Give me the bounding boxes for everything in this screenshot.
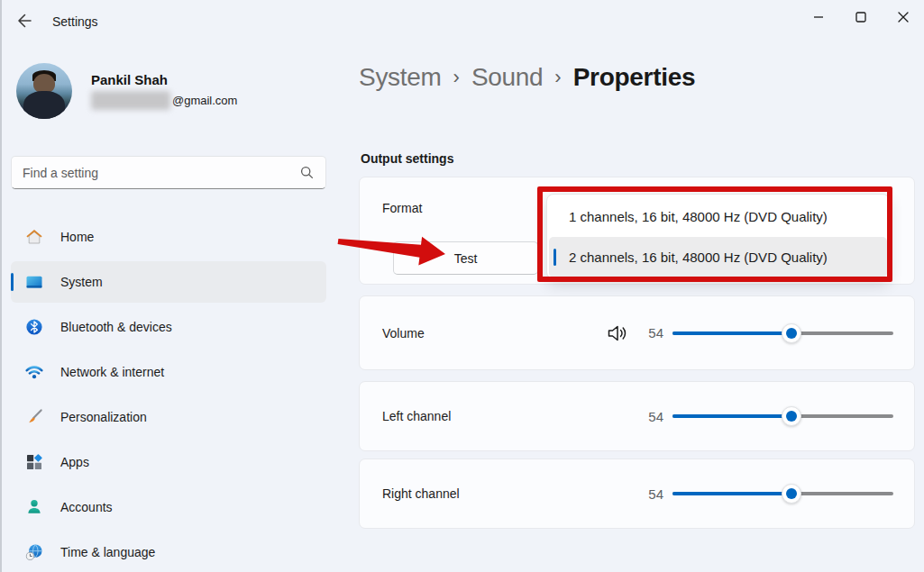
sidebar-item-system[interactable]: System bbox=[11, 261, 326, 303]
search-icon bbox=[299, 165, 315, 180]
left-channel-slider[interactable] bbox=[672, 414, 893, 418]
breadcrumb-chevron-icon: › bbox=[543, 66, 572, 89]
right-channel-value: 54 bbox=[642, 486, 663, 502]
sidebar-item-label: Home bbox=[60, 230, 94, 244]
sidebar-item-home[interactable]: Home bbox=[11, 216, 326, 258]
right-channel-label: Right channel bbox=[382, 486, 642, 501]
back-button[interactable] bbox=[9, 7, 40, 36]
format-option-label: 1 channels, 16 bit, 48000 Hz (DVD Qualit… bbox=[569, 209, 828, 224]
breadcrumb: System › Sound › Properties bbox=[359, 63, 695, 92]
section-title: Output settings bbox=[361, 151, 453, 166]
right-channel-card: Right channel 54 bbox=[359, 459, 915, 529]
sidebar-item-bluetooth-devices[interactable]: Bluetooth & devices bbox=[11, 306, 326, 348]
email-suffix: @gmail.com bbox=[172, 94, 237, 107]
maximize-button[interactable] bbox=[839, 0, 882, 36]
apps-icon bbox=[25, 453, 43, 471]
sidebar: Pankil Shah @gmail.com Home bbox=[4, 43, 339, 572]
sidebar-item-network-internet[interactable]: Network & internet bbox=[11, 351, 326, 393]
avatar bbox=[16, 63, 72, 119]
maximize-icon bbox=[852, 8, 870, 29]
search-input[interactable] bbox=[12, 166, 299, 180]
breadcrumb-chevron-icon: › bbox=[442, 66, 471, 89]
sidebar-item-time-language[interactable]: Time & language bbox=[11, 531, 326, 572]
sidebar-item-label: Accounts bbox=[60, 500, 113, 514]
breadcrumb-system[interactable]: System bbox=[359, 63, 442, 92]
sidebar-item-accounts[interactable]: Accounts bbox=[11, 486, 326, 528]
titlebar: Settings bbox=[2, 0, 924, 43]
clock-globe-icon bbox=[25, 543, 43, 561]
close-button[interactable] bbox=[882, 0, 924, 36]
minimize-icon bbox=[810, 8, 828, 29]
format-option-1-channel[interactable]: 1 channels, 16 bit, 48000 Hz (DVD Qualit… bbox=[549, 196, 887, 237]
email-redacted-blur bbox=[91, 91, 170, 110]
main-content: System › Sound › Properties Output setti… bbox=[359, 43, 913, 572]
profile-email: @gmail.com bbox=[91, 91, 237, 110]
left-channel-value: 54 bbox=[642, 409, 663, 424]
profile-name: Pankil Shah bbox=[91, 72, 237, 87]
sidebar-item-label: Personalization bbox=[60, 410, 147, 424]
volume-slider-thumb[interactable] bbox=[782, 323, 801, 343]
paintbrush-icon bbox=[25, 408, 43, 426]
slider-fill bbox=[672, 414, 791, 418]
back-arrow-icon bbox=[15, 12, 33, 32]
left-channel-card: Left channel 54 bbox=[359, 381, 915, 451]
slider-fill bbox=[672, 331, 791, 335]
sidebar-item-label: Apps bbox=[60, 455, 89, 469]
settings-window: Settings Pankil Shah @gmail.com bbox=[0, 0, 924, 572]
home-icon bbox=[25, 228, 43, 246]
sidebar-item-personalization[interactable]: Personalization bbox=[11, 396, 326, 438]
user-profile[interactable]: Pankil Shah @gmail.com bbox=[16, 63, 237, 119]
volume-card: Volume 54 bbox=[359, 295, 915, 370]
format-label: Format bbox=[382, 201, 422, 215]
right-channel-slider-thumb[interactable] bbox=[782, 484, 801, 504]
sidebar-item-label: Time & language bbox=[60, 545, 155, 559]
volume-slider[interactable] bbox=[672, 331, 893, 335]
format-option-2-channel[interactable]: 2 channels, 16 bit, 48000 Hz (DVD Qualit… bbox=[549, 237, 887, 277]
breadcrumb-properties: Properties bbox=[573, 63, 696, 92]
left-channel-label: Left channel bbox=[382, 409, 642, 423]
volume-label: Volume bbox=[382, 326, 606, 340]
close-icon bbox=[894, 8, 912, 29]
display-icon bbox=[25, 273, 43, 291]
sidebar-item-label: System bbox=[60, 275, 103, 289]
volume-value: 54 bbox=[642, 325, 663, 340]
sidebar-item-label: Network & internet bbox=[60, 365, 164, 379]
test-button[interactable]: Test bbox=[393, 241, 538, 275]
sidebar-item-label: Bluetooth & devices bbox=[60, 320, 172, 334]
wifi-icon bbox=[25, 363, 43, 381]
minimize-button[interactable] bbox=[797, 0, 839, 36]
format-dropdown-menu: 1 channels, 16 bit, 48000 Hz (DVD Qualit… bbox=[546, 194, 890, 279]
breadcrumb-sound[interactable]: Sound bbox=[471, 63, 543, 92]
left-channel-slider-thumb[interactable] bbox=[782, 406, 801, 426]
bluetooth-icon bbox=[25, 318, 43, 336]
search-box[interactable] bbox=[11, 156, 326, 189]
app-title: Settings bbox=[52, 14, 98, 29]
nav-list: Home System Bluetooth & devices bbox=[11, 216, 326, 572]
slider-fill bbox=[672, 492, 791, 495]
format-option-label: 2 channels, 16 bit, 48000 Hz (DVD Qualit… bbox=[569, 250, 828, 265]
right-channel-slider[interactable] bbox=[672, 492, 893, 495]
sidebar-item-apps[interactable]: Apps bbox=[11, 441, 326, 483]
selected-option-indicator bbox=[553, 249, 556, 266]
speaker-icon[interactable] bbox=[606, 322, 629, 345]
window-controls bbox=[797, 0, 924, 36]
selected-indicator bbox=[11, 273, 14, 291]
person-icon bbox=[25, 498, 43, 516]
